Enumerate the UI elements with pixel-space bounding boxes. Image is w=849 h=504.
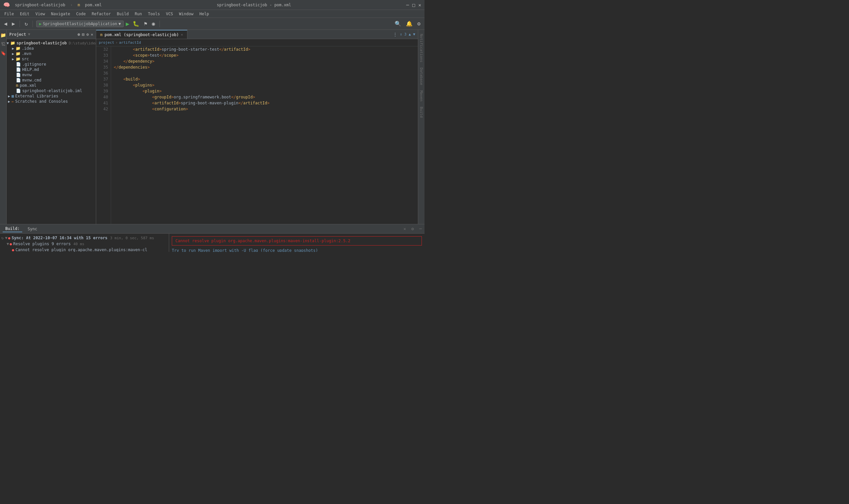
forward-button[interactable]: ▶	[11, 20, 17, 28]
md-file-icon: 📄	[16, 67, 21, 72]
sync-icon[interactable]: ↻	[23, 20, 29, 28]
project-header: Project ▼ ⊕ ⊟ ⚙ ✕	[7, 30, 96, 39]
profile-button[interactable]: ◉	[151, 20, 157, 28]
left-sidebar-icons: 📁 🏗 🔖	[0, 30, 7, 224]
tab-options[interactable]: ⋮	[393, 32, 397, 37]
build-tab-label[interactable]: Build:	[3, 226, 22, 232]
menu-tools[interactable]: Tools	[145, 11, 162, 17]
build-panel: Build: Sync ✕ ⚙ ─ ↻ ▼ ● Sync: At 2022-10…	[0, 224, 424, 252]
tree-idea[interactable]: ▶ 📁 .idea	[7, 46, 96, 51]
close-build-icon[interactable]: ✕	[404, 226, 406, 231]
sync-time: 3 min, 0 sec, 587 ms	[110, 236, 154, 240]
menu-code[interactable]: Code	[74, 11, 89, 17]
tree-mvn[interactable]: ▶ 📁 .mvn	[7, 51, 96, 56]
notifications-button[interactable]: 🔔	[404, 20, 414, 28]
build-content: ↻ ▼ ● Sync: At 2022-10-07 16:34 with 15 …	[0, 234, 424, 252]
maven-side-label[interactable]: Maven	[418, 89, 424, 103]
chevron-right-scratch: ▶	[8, 100, 10, 104]
settings-icon[interactable]: ⚙	[416, 20, 422, 28]
project-icon[interactable]: 📁	[1, 33, 6, 38]
tree-src[interactable]: ▶ 📁 src	[7, 56, 96, 61]
sync-tab-label[interactable]: Sync	[25, 226, 40, 232]
coverage-button[interactable]: ⚑	[143, 20, 149, 28]
tree-gitignore[interactable]: 📄 .gitignore	[7, 61, 96, 67]
tree-helpmd[interactable]: 📄 HELP.md	[7, 67, 96, 72]
menu-file[interactable]: File	[2, 11, 17, 17]
tree-iml[interactable]: 📄 springboot-elasticjob.iml	[7, 88, 96, 93]
search-button[interactable]: 🔍	[393, 20, 403, 28]
tree-root[interactable]: ▼ 📁 springboot-elasticjob D:\study\idea-…	[7, 40, 96, 46]
menu-view[interactable]: View	[33, 11, 48, 17]
project-dropdown-icon[interactable]: ▼	[28, 32, 31, 36]
sync-item[interactable]: ↻ ▼ ● Sync: At 2022-10-07 16:34 with 15 …	[0, 235, 169, 241]
run-button[interactable]: ▶	[126, 20, 129, 27]
separator2	[33, 20, 33, 27]
menu-help[interactable]: Help	[197, 11, 212, 17]
err-icon-1: ●	[12, 248, 14, 252]
mvnw-label: mvnw	[22, 73, 32, 77]
error-item-1[interactable]: ● Cannot resolve plugin org.apache.maven…	[0, 247, 169, 252]
project-options-icon[interactable]: ⚙	[87, 32, 89, 37]
extlib-icon: ▦	[12, 94, 14, 98]
menu-build[interactable]: Build	[114, 11, 131, 17]
scratch-icon: ✏	[12, 99, 14, 104]
app-logo: 🧠	[3, 2, 10, 8]
pom-file-icon: m	[16, 83, 18, 88]
debug-button[interactable]: 🐛	[131, 20, 141, 28]
breadcrumb-project[interactable]: project	[99, 40, 114, 45]
expand-sync-icon[interactable]: ▼	[5, 236, 7, 240]
pom-xml-tab[interactable]: m pom.xml (springboot-elasticjob) ✕	[96, 30, 187, 39]
build-side-label[interactable]: Build	[418, 105, 424, 119]
file-icon: m	[77, 3, 80, 7]
separator	[20, 20, 20, 27]
hint-text[interactable]: Try to run Maven import with -U flag (fo…	[172, 248, 422, 252]
tree-mvnw[interactable]: 📄 mvnw	[7, 72, 96, 77]
mvnwcmd-label: mvnw.cmd	[22, 78, 41, 83]
file-tree: ▼ 📁 springboot-elasticjob D:\study\idea-…	[7, 39, 96, 224]
mvnw-file-icon: 📄	[16, 73, 21, 77]
menu-refactor[interactable]: Refactor	[89, 11, 114, 17]
resolve-plugins-item[interactable]: ▼ ● Resolve plugins 9 errors 40 ms	[0, 241, 169, 247]
tree-extlibs[interactable]: ▶ ▦ External Libraries	[7, 93, 96, 99]
menu-run[interactable]: Run	[132, 11, 144, 17]
chevron-right-icon3: ▶	[12, 57, 14, 61]
build-tree: ↻ ▼ ● Sync: At 2022-10-07 16:34 with 15 …	[0, 234, 169, 252]
chevron-right-extlib: ▶	[8, 94, 10, 98]
extlib-label: External Libraries	[15, 94, 58, 98]
project-close-icon[interactable]: ✕	[91, 32, 93, 37]
database-side-label[interactable]: Database	[418, 66, 424, 87]
src-label: src	[22, 57, 29, 61]
collapse-build-icon[interactable]: ─	[419, 226, 422, 231]
tab-close-icon[interactable]: ✕	[181, 33, 183, 37]
settings-build-icon[interactable]: ⚙	[411, 226, 414, 231]
expand-resolve-icon[interactable]: ▼	[7, 241, 9, 246]
pomxml-label: pom.xml	[20, 83, 36, 88]
menu-window[interactable]: Window	[176, 11, 196, 17]
project-locate-icon[interactable]: ⊕	[77, 32, 80, 37]
notifications-side-label[interactable]: Notifications	[418, 33, 424, 64]
close-button[interactable]: ✕	[418, 2, 421, 7]
error-detail-text: Cannot resolve plugin org.apache.maven.p…	[175, 238, 350, 243]
structure-icon[interactable]: 🏗	[1, 42, 6, 47]
breadcrumb-artifactid[interactable]: artifactId	[119, 40, 141, 45]
resolve-plugins-label: Resolve plugins 9 errors	[13, 241, 71, 246]
back-button[interactable]: ◀	[3, 20, 8, 28]
project-collapse-icon[interactable]: ⊟	[82, 32, 84, 37]
git-file-icon: 📄	[16, 62, 21, 67]
err-label-1: Cannot resolve plugin org.apache.maven.p…	[16, 248, 147, 252]
minimize-button[interactable]: ─	[406, 2, 409, 7]
tree-scratches[interactable]: ▶ ✏ Scratches and Consoles	[7, 99, 96, 104]
run-config-selector[interactable]: ▶ SpringbootElasticjobApplication ▼	[36, 20, 124, 27]
folder-src-icon: 📁	[16, 57, 20, 61]
tree-mvnwcmd[interactable]: 📄 mvnw.cmd	[7, 77, 96, 83]
menu-navigate[interactable]: Navigate	[48, 11, 73, 17]
maximize-button[interactable]: □	[412, 2, 415, 7]
code-content[interactable]: <artifactId>spring-boot-starter-test</ar…	[111, 47, 418, 224]
tree-pomxml[interactable]: m pom.xml	[7, 83, 96, 88]
menu-edit[interactable]: Edit	[17, 11, 32, 17]
bookmarks-icon[interactable]: 🔖	[1, 50, 6, 56]
error-detail-box: Cannot resolve plugin org.apache.maven.p…	[172, 236, 422, 246]
code-editor[interactable]: 32 33 34 35 36 37 38 39 40 41 42 <artifa…	[96, 47, 418, 224]
root-path: D:\study\idea-workspace	[69, 41, 96, 46]
menu-vcs[interactable]: VCS	[163, 11, 176, 17]
